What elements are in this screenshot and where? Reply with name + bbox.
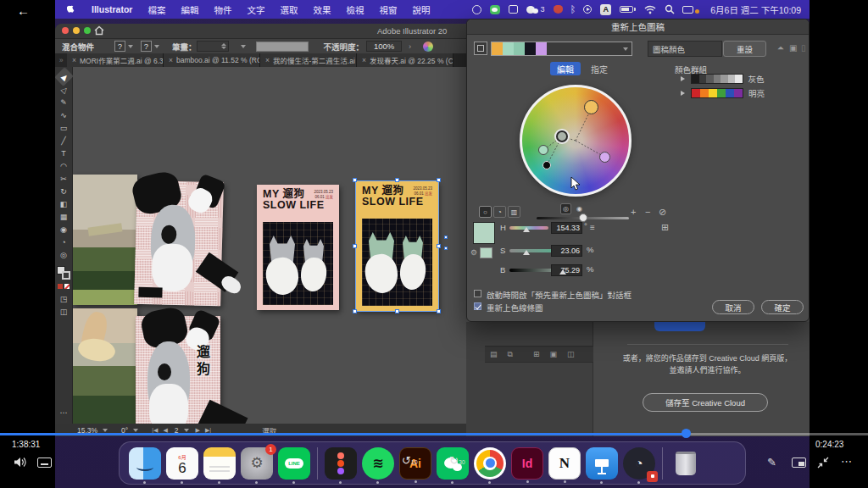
dock-line-icon[interactable]: LINE <box>278 447 310 480</box>
rotation-dropdown-icon[interactable] <box>133 429 138 432</box>
obs-paw-status-icon[interactable] <box>554 5 563 14</box>
brightness-hsb-slider-handle[interactable] <box>559 269 566 274</box>
zoom-dropdown-icon[interactable] <box>103 429 108 432</box>
line-tool-icon[interactable]: ╱ <box>57 134 71 147</box>
close-tab-icon[interactable]: × <box>72 56 76 64</box>
remove-color-tool-icon[interactable]: − <box>645 207 650 217</box>
display-status-icon[interactable] <box>682 6 699 14</box>
type-tool-icon[interactable]: T <box>57 147 71 159</box>
save-to-creative-cloud-button[interactable]: 儲存至 Creative Cloud <box>643 393 768 412</box>
color-wheel[interactable] <box>520 85 632 197</box>
dock-settings-icon[interactable]: ⚙1 <box>241 447 273 480</box>
dock-obs-icon[interactable]: ◔ <box>623 447 655 480</box>
arc-tool-icon[interactable]: ◠ <box>57 159 71 172</box>
reset-button[interactable]: 重設 <box>723 41 766 57</box>
fill-stroke-indicator[interactable] <box>57 266 70 280</box>
current-color-swatch[interactable] <box>473 222 495 244</box>
doc-tab-2[interactable]: ×bamboo.ai @ 11.52 % (RGB/... <box>164 53 260 67</box>
brightness-mode-button[interactable]: ◎ <box>560 203 571 214</box>
pen-tablet-status-icon[interactable] <box>509 5 518 14</box>
rectangle-tool-icon[interactable]: ▭ <box>57 121 71 134</box>
panel-delete-icon[interactable]: ◫ <box>567 350 575 358</box>
dock-spotify-icon[interactable]: ≋ <box>362 447 394 480</box>
slowlife-poster-pink[interactable]: MY 遛狗 SLOW LIFE 2023.05.23 06.01 出发 <box>257 185 339 310</box>
wheel-segmented-button[interactable]: ◔ <box>493 206 506 218</box>
menu-file[interactable]: 檔案 <box>147 3 165 16</box>
stroke-profile-dropdown-icon[interactable] <box>241 45 246 48</box>
zoom-window-button[interactable] <box>84 27 91 34</box>
recolor-art-checkbox[interactable] <box>474 302 481 310</box>
menu-edit[interactable]: 編輯 <box>181 3 198 16</box>
swatch[interactable] <box>525 42 536 55</box>
save-group-icon[interactable]: ⏶ <box>777 43 784 53</box>
hue-slider-handle[interactable] <box>523 227 530 232</box>
swatch[interactable] <box>503 42 514 55</box>
dock-keynote-icon[interactable] <box>586 447 618 480</box>
selection-handle[interactable] <box>444 247 448 250</box>
wheel-marker-black[interactable] <box>542 161 551 169</box>
input-source-icon[interactable]: A <box>600 4 611 15</box>
preset-icon[interactable] <box>474 42 487 55</box>
panel-folder-icon[interactable]: ▣ <box>550 350 558 358</box>
secondary-color-swatch[interactable] <box>480 247 492 258</box>
new-color-group-icon[interactable]: ▣ <box>789 43 797 53</box>
search-icon[interactable] <box>665 4 675 14</box>
variable-width-box[interactable] <box>256 42 309 52</box>
player-skip-forward-button[interactable]: ↻30 <box>449 454 465 467</box>
panel-new-item-icon[interactable]: ▤ <box>490 350 498 358</box>
selection-handle[interactable] <box>353 309 357 313</box>
wheel-smooth-button[interactable]: ○ <box>479 206 492 218</box>
selection-handle[interactable] <box>353 178 357 182</box>
panel-grid-icon[interactable]: ⊞ <box>533 350 540 358</box>
ok-button[interactable]: 確定 <box>761 300 804 314</box>
panel-duplicate-icon[interactable]: ⧉ <box>508 350 513 359</box>
doc-tab-4[interactable]: ×发现春天.ai @ 22.25 % (CMY... <box>357 53 453 67</box>
color-bars-button[interactable]: ▥ <box>508 206 520 218</box>
dog-poster-bottom[interactable]: 遛狗 <box>136 316 220 424</box>
selection-handle[interactable] <box>437 178 441 182</box>
menu-app-name[interactable]: Illustrator <box>92 4 132 14</box>
preset-dropdown-icon[interactable] <box>623 47 628 51</box>
overflow-tabs-icon[interactable]: » <box>55 56 67 64</box>
dock-figma-icon[interactable] <box>325 447 357 480</box>
player-back-button[interactable]: ← <box>17 3 30 18</box>
brightness-slider-handle[interactable] <box>579 214 587 222</box>
blend-tool-icon[interactable]: ◔ <box>57 236 71 248</box>
zoom-tool-icon[interactable]: ◎ <box>57 248 71 261</box>
tab-edit[interactable]: 編輯 <box>550 62 581 75</box>
artboard-dropdown-icon[interactable] <box>184 429 189 432</box>
player-annotate-icon[interactable]: ✎ <box>767 456 776 469</box>
menu-effect[interactable]: 效果 <box>313 3 331 16</box>
battery-icon[interactable] <box>620 6 636 13</box>
opacity-more[interactable]: › <box>409 42 411 51</box>
player-pip-icon[interactable] <box>792 458 806 468</box>
menu-clock[interactable]: 6月6日 週二 下午10:09 <box>710 3 801 16</box>
recolor-artwork-icon[interactable] <box>423 42 433 52</box>
dock-notion-icon[interactable]: N <box>548 447 581 480</box>
eyedropper-tool-icon[interactable]: ◉ <box>57 223 71 236</box>
disclosure-icon[interactable] <box>681 91 685 96</box>
stroke-weight-stepper[interactable] <box>197 41 229 52</box>
reference-photo-park[interactable] <box>73 175 137 305</box>
menu-help[interactable]: 說明 <box>412 3 430 16</box>
dock-notes-icon[interactable] <box>203 447 236 480</box>
dog-poster-top[interactable] <box>134 180 224 307</box>
draw-mode-icon[interactable]: ◳ <box>57 292 71 305</box>
dock-chrome-icon[interactable] <box>474 447 506 480</box>
delete-group-icon[interactable]: ▯ <box>801 43 806 53</box>
launch-dialog-checkbox[interactable] <box>474 290 481 297</box>
close-window-button[interactable] <box>62 27 69 34</box>
menu-object[interactable]: 物件 <box>214 3 231 16</box>
mesh-tool-icon[interactable]: ▦ <box>57 210 71 223</box>
wheel-marker-mint[interactable] <box>538 145 548 155</box>
reference-photo-feet[interactable] <box>73 308 137 424</box>
saturation-slider-handle[interactable] <box>523 250 530 255</box>
swatch[interactable] <box>514 42 525 55</box>
line-status-icon[interactable] <box>490 5 500 14</box>
doc-tab-1[interactable]: ×MORI作業第二週.ai @ 6.34 % ... <box>67 53 164 67</box>
player-volume-icon[interactable] <box>14 457 27 468</box>
home-icon[interactable] <box>94 25 104 36</box>
fill-color-dropdown[interactable]: ? <box>114 41 136 52</box>
brightness-value[interactable]: 75.29 <box>551 264 582 276</box>
wifi-icon[interactable] <box>644 5 656 14</box>
